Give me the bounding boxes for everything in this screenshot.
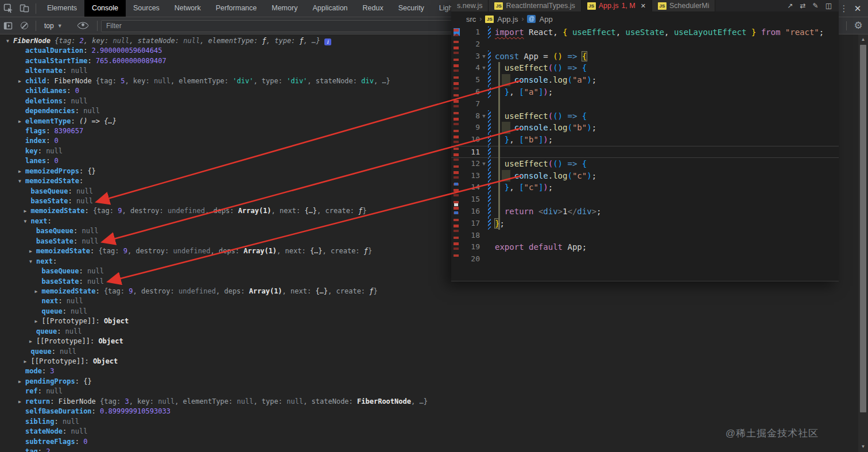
devtools-tab-application[interactable]: Application	[305, 0, 355, 17]
open-changes-icon[interactable]: ↗	[787, 2, 793, 10]
console-object-row: mode: 3	[0, 366, 454, 376]
expand-triangle-icon[interactable]: ▶	[29, 337, 32, 346]
fold-chevron-icon[interactable]: ▼	[480, 62, 488, 74]
scroll-down-icon[interactable]: ▼	[858, 442, 868, 451]
git-gutter	[488, 241, 491, 253]
fold-chevron-icon[interactable]: ▼	[480, 158, 488, 170]
code-token: (	[548, 63, 553, 72]
expand-triangle-icon[interactable]: ▶	[35, 287, 38, 296]
expand-triangle-icon[interactable]: ▶	[18, 117, 21, 126]
editor-tab-app-js[interactable]: JSApp.js1, M✕	[582, 0, 652, 11]
console-scrollbar[interactable]: ▲ ▼	[858, 34, 868, 452]
code-text: useEffect(() => {	[491, 158, 587, 170]
collapse-triangle-icon[interactable]: ▼	[6, 36, 9, 46]
code-token: ;	[592, 123, 596, 132]
devtools-tab-performance[interactable]: Performance	[208, 0, 265, 17]
live-expression-icon[interactable]	[75, 18, 91, 33]
code-text: import React, { useEffect, useState, use…	[491, 26, 824, 38]
compare-icon[interactable]: ⇄	[800, 2, 806, 10]
git-gutter	[488, 206, 491, 218]
scroll-up-icon[interactable]: ▲	[858, 35, 868, 44]
devtools-tab-security[interactable]: Security	[391, 0, 432, 17]
expand-triangle-icon[interactable]: ▶	[18, 397, 21, 407]
close-tab-icon[interactable]: ✕	[641, 2, 646, 10]
git-gutter	[488, 253, 491, 265]
console-token: null	[183, 37, 200, 45]
console-token: 3	[50, 367, 54, 375]
inspect-element-icon[interactable]	[0, 1, 16, 16]
editor-tab-s-new-js[interactable]: s.new.js	[451, 0, 489, 11]
fold-gutter	[480, 230, 488, 242]
console-token: 0	[83, 438, 87, 446]
collapse-triangle-icon[interactable]: ▼	[24, 217, 27, 226]
code-token: [	[519, 183, 524, 192]
expand-triangle-icon[interactable]: ▶	[18, 377, 21, 387]
edit-icon[interactable]: ✎	[813, 2, 819, 10]
devtools-tab-memory[interactable]: Memory	[264, 0, 305, 17]
git-gutter	[488, 74, 491, 86]
line-number: 19	[464, 241, 480, 253]
collapse-triangle-icon[interactable]: ▼	[18, 176, 21, 186]
devtools-tab-elements[interactable]: Elements	[40, 0, 84, 17]
devtools-tab-console[interactable]: Console	[84, 0, 126, 17]
code-token: )	[543, 135, 548, 144]
git-gutter	[488, 181, 491, 194]
expand-triangle-icon[interactable]: ▶	[35, 316, 38, 326]
console-token: :	[52, 347, 60, 356]
code-token: console	[514, 123, 548, 132]
indent-guide	[498, 62, 500, 229]
context-selector[interactable]: top ▼	[40, 22, 67, 30]
collapse-triangle-icon[interactable]: ▼	[29, 257, 32, 266]
console-token: null	[286, 397, 303, 405]
console-token: , destroy:	[133, 287, 178, 295]
console-object-row: ▶pendingProps: {}	[0, 377, 454, 387]
console-token: :	[73, 237, 82, 245]
close-icon[interactable]: ✕	[851, 1, 864, 16]
device-toolbar-icon[interactable]	[16, 1, 32, 16]
devtools-tab-redux[interactable]: Redux	[355, 0, 391, 17]
more-options-icon[interactable]: ⋮	[838, 2, 850, 16]
clear-console-icon[interactable]	[16, 18, 32, 33]
console-token: index	[25, 137, 46, 145]
code-token: ,	[616, 28, 626, 37]
console-sidebar-icon[interactable]	[0, 18, 16, 33]
expand-triangle-icon[interactable]: ▶	[18, 167, 21, 176]
expand-triangle-icon[interactable]: ▶	[24, 357, 27, 366]
settings-gear-icon[interactable]: ⚙	[852, 18, 865, 33]
devtools-tab-network[interactable]: Network	[167, 0, 208, 17]
code-token: ()	[553, 111, 563, 121]
console-token: ƒ	[369, 287, 373, 295]
breadcrumb-item[interactable]: App	[539, 15, 552, 24]
console-object-row: deletions: null	[0, 96, 454, 106]
console-token: null	[82, 227, 98, 235]
fold-chevron-icon[interactable]: ▼	[480, 51, 488, 63]
devtools-tab-sources[interactable]: Sources	[126, 0, 167, 17]
console-token: null	[76, 187, 93, 195]
code-token: )	[587, 75, 591, 84]
console-token: lanes	[25, 157, 46, 165]
fold-gutter	[480, 146, 488, 157]
console-token: 0	[55, 157, 59, 165]
console-token: :	[79, 267, 87, 275]
breadcrumb-item[interactable]: src	[466, 15, 476, 24]
info-badge-icon[interactable]: i	[324, 38, 331, 45]
expand-triangle-icon[interactable]: ▶	[18, 76, 21, 86]
editor-tab-reactinternaltypes-js[interactable]: JSReactInternalTypes.js	[489, 0, 581, 11]
code-token: (	[548, 111, 553, 121]
editor-tab-schedulermi[interactable]: JSSchedulerMi	[652, 0, 715, 11]
expand-triangle-icon[interactable]: ▶	[24, 206, 27, 216]
console-token: null	[158, 397, 175, 405]
console-token: tag	[25, 447, 38, 452]
code-token: >	[558, 207, 563, 216]
fold-chevron-icon[interactable]: ▼	[480, 110, 488, 122]
console-object-row: tag: 2	[0, 447, 454, 452]
scrollbar-thumb[interactable]	[860, 45, 866, 412]
minimap[interactable]	[454, 29, 459, 260]
expand-triangle-icon[interactable]: ▶	[29, 246, 32, 256]
breadcrumb-item[interactable]: App.js	[497, 15, 518, 24]
code-editor[interactable]: 1import React, { useEffect, useState, us…	[451, 26, 839, 281]
code-text: console.log("c");	[491, 170, 596, 182]
console-token: return	[25, 397, 50, 405]
split-editor-icon[interactable]: ◫	[826, 2, 832, 10]
fold-gutter	[480, 241, 488, 253]
